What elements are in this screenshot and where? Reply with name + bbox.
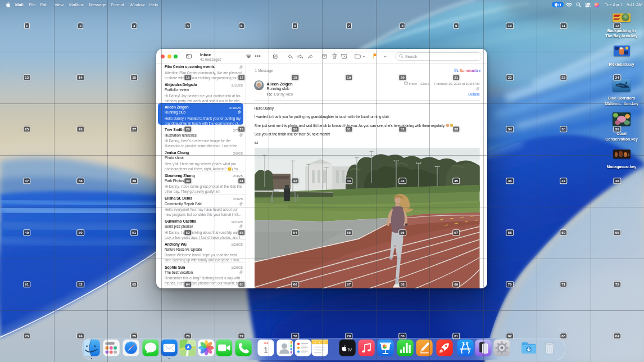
svg-text:1: 1 (264, 346, 267, 354)
svg-text:Tue: Tue (263, 341, 268, 345)
svg-text:tv: tv (347, 346, 352, 352)
